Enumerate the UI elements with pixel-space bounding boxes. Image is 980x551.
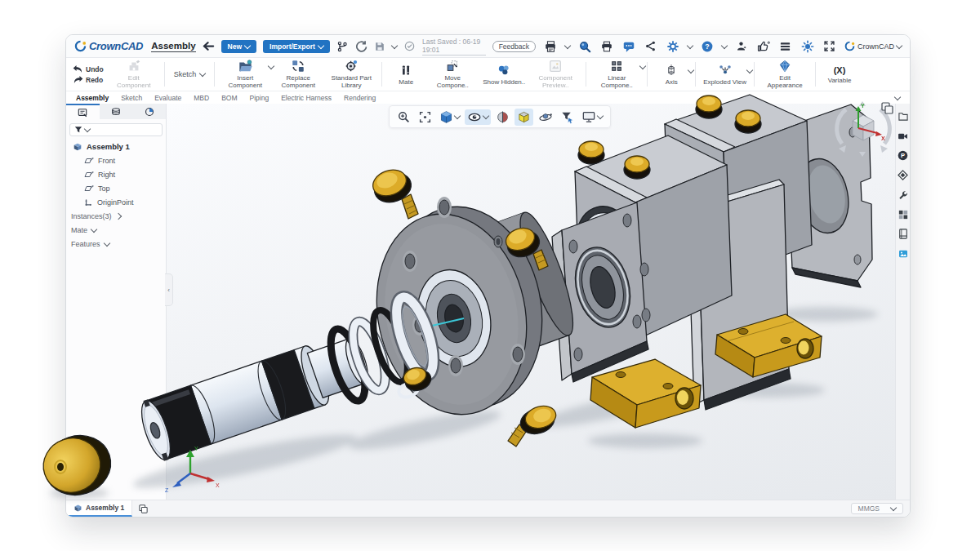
redo-button[interactable]: Redo: [73, 75, 104, 84]
tree-root-assembly[interactable]: Assembly 1: [66, 140, 166, 153]
rail-notebook-icon[interactable]: [898, 229, 908, 239]
rail-gallery-icon[interactable]: [898, 248, 908, 259]
replace-component-button[interactable]: Replace Component: [275, 59, 321, 90]
collaborate-icon[interactable]: [734, 39, 749, 54]
tab-bom[interactable]: BOM: [221, 94, 237, 102]
insert-component-button[interactable]: Insert Component: [222, 59, 268, 90]
panel-tab-layers[interactable]: [100, 104, 133, 119]
orbit-button[interactable]: [536, 109, 555, 126]
rail-split-view-icon[interactable]: [898, 209, 908, 220]
chevron-right-icon: [114, 212, 121, 219]
feedback-button[interactable]: Feedback: [492, 41, 536, 52]
import-export-button[interactable]: Import/Export: [263, 40, 330, 53]
sketch-button[interactable]: Sketch: [172, 70, 207, 78]
tree-item-origin-point[interactable]: OriginPoint: [66, 195, 166, 209]
feature-tree-panel: Assembly 1 Front Right Top OriginPoint I…: [66, 104, 167, 500]
rail-folder-icon[interactable]: [898, 111, 908, 122]
zoom-fit-button[interactable]: [416, 109, 434, 126]
tab-rendering[interactable]: Rendering: [344, 94, 376, 102]
redo-icon: [73, 75, 83, 84]
like-icon[interactable]: [756, 39, 771, 54]
tree-item-front-plane[interactable]: Front: [66, 153, 166, 167]
panel-tab-model-tree[interactable]: [66, 104, 100, 119]
tab-mbd[interactable]: MBD: [194, 94, 209, 102]
back-arrow-icon[interactable]: [203, 39, 215, 54]
comment-icon[interactable]: [621, 39, 636, 54]
tab-piping[interactable]: Piping: [250, 94, 270, 102]
document-title: Assembly: [151, 41, 195, 52]
tree-filter[interactable]: [69, 123, 163, 136]
new-button[interactable]: New: [221, 40, 256, 53]
tree-group-features[interactable]: Features: [66, 237, 166, 251]
chevron-down-icon: [268, 63, 274, 69]
ribbon-separator: [586, 62, 586, 87]
crowncad-account-icon: [844, 41, 855, 51]
panel-tab-display[interactable]: [132, 104, 166, 119]
zoom-tool-button[interactable]: [394, 109, 413, 126]
tab-electric-harness[interactable]: Electric Harness: [281, 94, 332, 102]
print-icon[interactable]: [599, 39, 614, 54]
rail-tools-wrench-icon[interactable]: [898, 189, 908, 200]
settings-gear-icon[interactable]: [666, 39, 680, 54]
tree-group-instances[interactable]: Instances(3): [66, 209, 166, 223]
rail-configurations-icon[interactable]: [898, 170, 908, 180]
viewport-3d[interactable]: [167, 104, 895, 500]
tree-item-top-plane[interactable]: Top: [66, 181, 166, 195]
collapse-ribbon-chevron[interactable]: [894, 94, 901, 100]
appearance-display-button[interactable]: [514, 109, 533, 126]
axis-button[interactable]: Axis: [655, 63, 688, 87]
print-options-chevron[interactable]: [564, 42, 571, 48]
chevron-down-icon: [890, 504, 897, 511]
tab-sketch[interactable]: Sketch: [121, 94, 142, 102]
edit-appearance-button[interactable]: Edit Appearance: [762, 59, 808, 90]
print-preview-icon[interactable]: [543, 39, 558, 54]
menu-rows-icon[interactable]: [778, 39, 793, 54]
branch-icon[interactable]: [336, 39, 349, 54]
display-mode-button[interactable]: [579, 109, 605, 125]
main-area: Assembly 1 Front Right Top OriginPoint I…: [66, 104, 910, 500]
save-icon[interactable]: [374, 39, 386, 54]
variable-button[interactable]: (X) Variable: [823, 64, 856, 85]
panel-collapse-handle[interactable]: ‹: [165, 273, 173, 306]
settings-chevron[interactable]: [687, 42, 693, 48]
undo-button[interactable]: Undo: [73, 64, 104, 73]
plane-icon: [84, 171, 94, 179]
view-orientation-button[interactable]: [437, 109, 462, 126]
selection-filter-button[interactable]: [558, 109, 577, 126]
tab-assembly[interactable]: Assembly: [76, 94, 109, 102]
section-view-button[interactable]: [493, 109, 512, 126]
document-tab-assembly1[interactable]: Assembly 1: [66, 500, 132, 517]
help-icon[interactable]: ?: [700, 39, 715, 54]
theme-sun-icon[interactable]: [800, 39, 815, 54]
standard-part-library-button[interactable]: Standard Part Library: [328, 59, 374, 90]
mate-icon: [399, 63, 412, 78]
linear-component-icon: [609, 59, 624, 73]
ribbon-separator: [381, 62, 382, 87]
rail-parts-icon[interactable]: P: [898, 150, 908, 161]
fullscreen-icon[interactable]: [822, 39, 837, 54]
save-options-chevron[interactable]: [391, 42, 398, 48]
visibility-button[interactable]: [465, 109, 491, 125]
new-document-tab-icon[interactable]: [139, 504, 148, 513]
move-component-button[interactable]: Move Compone..: [430, 59, 475, 90]
search-icon[interactable]: [577, 39, 592, 54]
linear-component-button[interactable]: Linear Compone..: [594, 59, 639, 90]
tree-item-right-plane[interactable]: Right: [66, 167, 166, 181]
titlebar-actions: Feedback ?: [492, 39, 902, 54]
mate-button[interactable]: Mate: [390, 63, 422, 87]
crowncad-logo[interactable]: CrownCAD: [74, 40, 143, 52]
account-menu[interactable]: CrownCAD: [844, 41, 902, 51]
tab-evaluate[interactable]: Evaluate: [154, 94, 181, 102]
page: CrownCAD Assembly New Import/Export Last…: [0, 0, 980, 551]
viewport-toolbar: [389, 105, 611, 128]
help-chevron[interactable]: [721, 42, 728, 48]
rail-camera-icon[interactable]: [898, 131, 908, 141]
plane-icon: [84, 157, 94, 165]
share-icon[interactable]: [644, 39, 658, 54]
tree-group-mate[interactable]: Mate: [66, 223, 166, 237]
chevron-down-icon: [483, 113, 489, 119]
show-hidden-button[interactable]: Show Hidden..: [483, 63, 525, 87]
units-selector[interactable]: MMGS: [851, 503, 903, 514]
sync-icon[interactable]: [355, 39, 368, 54]
exploded-view-button[interactable]: Exploded View: [703, 63, 746, 87]
